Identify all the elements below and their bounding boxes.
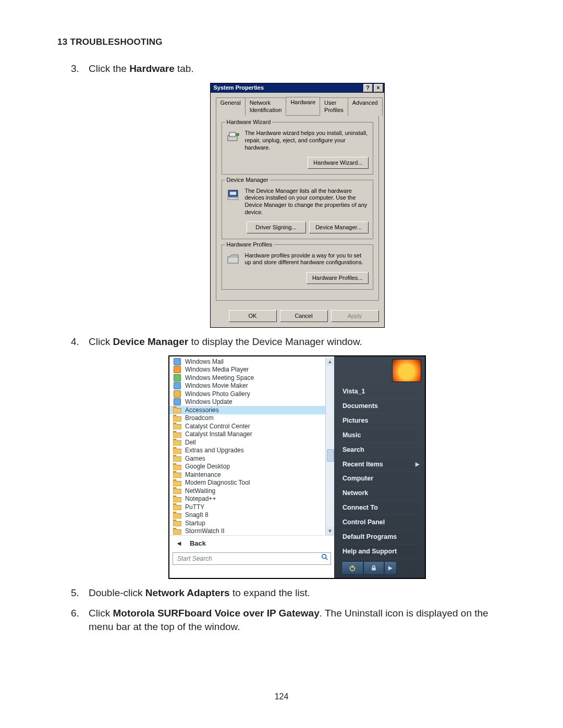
folder-icon bbox=[173, 503, 182, 511]
program-item[interactable]: PuTTY bbox=[169, 503, 334, 511]
tab-user-profiles[interactable]: User Profiles bbox=[320, 97, 348, 116]
scroll-thumb[interactable] bbox=[327, 449, 334, 462]
program-label: Accessories bbox=[185, 406, 219, 414]
right-item-label: Default Programs bbox=[342, 533, 397, 541]
program-item[interactable]: Accessories bbox=[169, 406, 334, 414]
right-item[interactable]: Computer bbox=[341, 472, 421, 486]
program-item[interactable]: Maintenance bbox=[169, 471, 334, 479]
app-icon bbox=[173, 398, 182, 405]
folder-icon bbox=[173, 479, 182, 486]
svg-point-7 bbox=[322, 554, 326, 559]
app-icon bbox=[173, 366, 182, 373]
program-item[interactable]: Games bbox=[169, 454, 334, 463]
scroll-down-arrow[interactable]: ▼ bbox=[326, 527, 334, 535]
group-device-manager: Device Manager The Device Manager lists … bbox=[222, 180, 373, 239]
program-label: Maintenance bbox=[185, 471, 221, 479]
program-item[interactable]: Windows Media Player bbox=[169, 366, 334, 374]
right-item-label: Help and Support bbox=[342, 547, 397, 556]
user-name[interactable]: Vista_1 bbox=[341, 385, 421, 399]
program-item[interactable]: Startup bbox=[169, 519, 334, 527]
user-picture[interactable] bbox=[393, 360, 421, 381]
right-item-label: Pictures bbox=[342, 416, 368, 425]
dialog-titlebar: System Properties ? × bbox=[211, 83, 384, 93]
vista-start-menu: Windows MailWindows Media PlayerWindows … bbox=[168, 355, 426, 579]
device-manager-button[interactable]: Device Manager... bbox=[309, 221, 369, 233]
program-item[interactable]: Notepad++ bbox=[169, 495, 334, 503]
right-item[interactable]: Music bbox=[341, 428, 421, 443]
program-label: Games bbox=[185, 454, 205, 463]
hardware-profiles-button[interactable]: Hardware Profiles... bbox=[307, 272, 369, 284]
svg-rect-11 bbox=[372, 567, 376, 570]
ok-button[interactable]: OK bbox=[229, 310, 277, 322]
tab-advanced[interactable]: Advanced bbox=[348, 97, 383, 116]
right-item[interactable]: Search bbox=[341, 443, 421, 458]
close-button[interactable]: × bbox=[374, 84, 383, 92]
folder-icon bbox=[173, 430, 182, 438]
program-label: NetWaiting bbox=[185, 487, 215, 495]
program-item[interactable]: Google Desktop bbox=[169, 463, 334, 471]
back-button[interactable]: ◄ Back bbox=[169, 535, 334, 551]
right-item[interactable]: Control Panel bbox=[341, 515, 421, 530]
program-item[interactable]: Windows Movie Maker bbox=[169, 382, 334, 390]
folder-icon bbox=[173, 447, 182, 454]
program-item[interactable]: Modem Diagnostic Tool bbox=[169, 479, 334, 487]
cancel-button[interactable]: Cancel bbox=[280, 310, 328, 322]
tab-network-identification[interactable]: Network Identification bbox=[245, 97, 287, 116]
program-item[interactable]: StormWatch II bbox=[169, 527, 334, 536]
right-item[interactable]: Network bbox=[341, 486, 421, 501]
right-item[interactable]: Recent Items▶ bbox=[341, 458, 421, 472]
apply-button: Apply bbox=[331, 310, 379, 322]
svg-line-8 bbox=[326, 558, 328, 560]
program-item[interactable]: Catalyst Control Center bbox=[169, 422, 334, 430]
right-item-label: Documents bbox=[342, 402, 378, 411]
program-label: Broadcom bbox=[185, 414, 214, 422]
program-label: Windows Photo Gallery bbox=[185, 390, 250, 398]
right-item-label: Control Panel bbox=[342, 518, 385, 527]
group-text: Hardware profiles provide a way for you … bbox=[245, 252, 369, 267]
program-item[interactable]: NetWaiting bbox=[169, 487, 334, 495]
svg-rect-5 bbox=[228, 198, 238, 200]
right-item[interactable]: Documents bbox=[341, 399, 421, 414]
search-box[interactable] bbox=[173, 552, 331, 565]
program-item[interactable]: Windows Meeting Space bbox=[169, 374, 334, 382]
right-item[interactable]: Help and Support bbox=[341, 545, 421, 559]
folder-icon bbox=[173, 439, 182, 446]
right-item[interactable]: Connect To bbox=[341, 501, 421, 515]
lock-button[interactable] bbox=[363, 561, 384, 575]
program-item[interactable]: Windows Mail bbox=[169, 357, 334, 366]
step-number: 3. bbox=[71, 62, 79, 76]
program-label: Startup bbox=[185, 519, 205, 527]
group-label: Hardware Wizard bbox=[225, 118, 273, 126]
tab-general[interactable]: General bbox=[216, 97, 246, 116]
program-item[interactable]: SnagIt 8 bbox=[169, 511, 334, 520]
tab-hardware[interactable]: Hardware bbox=[286, 97, 320, 116]
right-item[interactable]: Pictures bbox=[341, 414, 421, 428]
shutdown-menu-button[interactable]: ▶ bbox=[384, 561, 397, 575]
program-label: Extras and Upgrades bbox=[185, 446, 244, 454]
scroll-up-arrow[interactable]: ▲ bbox=[326, 357, 334, 366]
search-input[interactable] bbox=[176, 554, 321, 563]
folder-icon bbox=[173, 495, 182, 502]
help-button[interactable]: ? bbox=[363, 84, 373, 92]
right-item[interactable]: Default Programs bbox=[341, 530, 421, 545]
program-label: Windows Mail bbox=[185, 357, 224, 366]
program-label: Windows Update bbox=[185, 398, 232, 406]
program-item[interactable]: Catalyst Install Manager bbox=[169, 430, 334, 439]
power-button[interactable] bbox=[341, 561, 363, 575]
folder-icon bbox=[173, 527, 182, 535]
program-item[interactable]: Broadcom bbox=[169, 414, 334, 423]
program-label: Windows Media Player bbox=[185, 365, 249, 374]
program-item[interactable]: Windows Update bbox=[169, 398, 334, 406]
hardware-wizard-button[interactable]: Hardware Wizard... bbox=[308, 157, 368, 169]
back-label: Back bbox=[190, 539, 206, 548]
program-label: StormWatch II bbox=[185, 527, 225, 535]
svg-rect-4 bbox=[230, 192, 236, 195]
group-label: Device Manager bbox=[225, 176, 270, 184]
step-number: 6. bbox=[71, 607, 79, 620]
program-item[interactable]: Windows Photo Gallery bbox=[169, 390, 334, 398]
scrollbar[interactable]: ▲ ▼ bbox=[325, 357, 334, 535]
program-item[interactable]: Dell bbox=[169, 438, 334, 447]
program-item[interactable]: Extras and Upgrades bbox=[169, 447, 334, 455]
step-text: Click the Hardware tab. bbox=[89, 63, 194, 74]
driver-signing-button[interactable]: Driver Signing... bbox=[247, 221, 306, 233]
